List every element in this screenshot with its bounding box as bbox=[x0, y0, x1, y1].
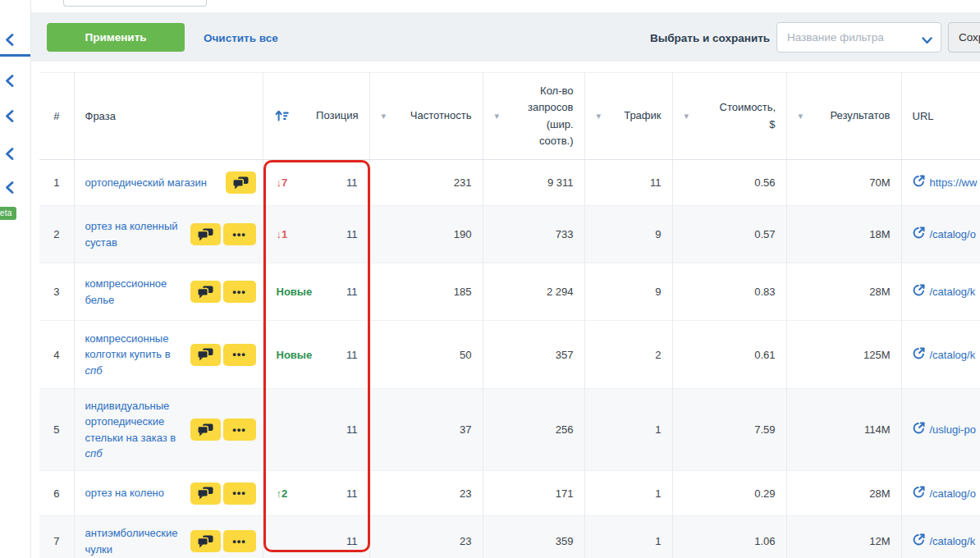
column-header-phrase[interactable]: Фраза bbox=[74, 73, 263, 160]
table-header: # Фраза bbox=[39, 73, 980, 160]
save-button[interactable]: Сохранить bbox=[948, 22, 980, 53]
url-link[interactable]: /catalog/o bbox=[930, 487, 976, 500]
chevron-left-icon[interactable] bbox=[5, 181, 16, 194]
column-header-queries[interactable]: ▾ Кол-во запросов (шир. соотв.) bbox=[483, 73, 584, 160]
column-label: URL bbox=[913, 110, 934, 122]
filter-name-select[interactable]: Название фильтра bbox=[776, 22, 941, 53]
phrase-link[interactable]: индивидуальные ортопедические стельки на… bbox=[85, 398, 187, 462]
position-change: ↓7 bbox=[277, 176, 288, 189]
filter-triangle-icon[interactable]: ▾ bbox=[597, 112, 602, 121]
phrase-link[interactable]: антиэмболические чулки bbox=[85, 525, 187, 557]
frequency-value: 231 bbox=[369, 160, 483, 206]
top-strip bbox=[31, 0, 980, 12]
more-actions-badge[interactable]: ••• bbox=[223, 223, 256, 245]
column-header-traffic[interactable]: ▾ Трафик bbox=[584, 73, 672, 160]
more-actions-badge[interactable]: ••• bbox=[223, 344, 256, 366]
badge-group: ••• bbox=[190, 344, 256, 366]
traffic-value: 2 bbox=[584, 321, 672, 389]
badge-group: ••• bbox=[190, 483, 256, 505]
position-value: 11 bbox=[346, 535, 358, 547]
external-link-icon[interactable] bbox=[913, 347, 925, 363]
chevron-left-icon[interactable] bbox=[5, 110, 16, 123]
more-actions-badge[interactable]: ••• bbox=[223, 530, 256, 552]
badge-group: ••• bbox=[190, 281, 256, 303]
more-actions-badge[interactable]: ••• bbox=[223, 281, 256, 303]
cost-value: 7.59 bbox=[672, 389, 786, 471]
table-row: 3 компрессионное белье ••• Новые 11 185 … bbox=[39, 263, 980, 321]
url-link[interactable]: /catalog/k bbox=[930, 535, 976, 547]
column-label: Трафик bbox=[624, 107, 661, 124]
position-change: ↓1 bbox=[277, 228, 288, 240]
comments-badge[interactable] bbox=[190, 344, 221, 366]
apply-button[interactable]: Применить bbox=[47, 23, 185, 52]
external-link-icon[interactable] bbox=[913, 175, 925, 190]
url-link[interactable]: /catalog/k bbox=[930, 286, 976, 298]
phrase-link[interactable]: ортопедический магазин bbox=[85, 175, 222, 191]
filter-triangle-icon[interactable]: ▾ bbox=[799, 112, 804, 121]
phrase-link[interactable]: компрессионное белье bbox=[85, 276, 187, 308]
traffic-value: 1 bbox=[584, 471, 672, 516]
column-label: # bbox=[53, 110, 59, 122]
position-value: 11 bbox=[346, 349, 358, 361]
comments-badge[interactable] bbox=[190, 223, 221, 245]
phrase-link[interactable]: ортез на колено bbox=[85, 485, 187, 501]
filter-triangle-icon[interactable]: ▾ bbox=[495, 112, 500, 121]
table-row: 5 индивидуальные ортопедические стельки … bbox=[39, 389, 980, 471]
external-link-icon[interactable] bbox=[913, 486, 925, 501]
chevron-left-icon[interactable] bbox=[5, 75, 16, 88]
filter-triangle-icon[interactable]: ▾ bbox=[685, 112, 689, 121]
column-label: Позиция bbox=[316, 107, 358, 124]
comments-badge[interactable] bbox=[190, 281, 221, 303]
comments-badge[interactable] bbox=[190, 530, 221, 552]
chevron-left-icon[interactable] bbox=[5, 148, 16, 161]
more-actions-badge[interactable]: ••• bbox=[223, 483, 256, 505]
column-header-position[interactable]: Позиция bbox=[263, 73, 369, 160]
external-link-icon[interactable] bbox=[913, 533, 925, 549]
column-header-url: URL bbox=[901, 73, 980, 160]
cost-value: 0.57 bbox=[672, 206, 786, 263]
queries-value: 171 bbox=[483, 471, 584, 516]
column-header-cost[interactable]: ▾ Стоимость, $ bbox=[672, 73, 786, 160]
select-save-label: Выбрать и сохранить bbox=[650, 32, 770, 44]
clear-all-link[interactable]: Очистить все bbox=[204, 32, 278, 44]
results-value: 12M bbox=[786, 516, 901, 558]
results-value: 125M bbox=[786, 321, 901, 389]
table-row: 4 компрессионные колготки купить в спб •… bbox=[39, 321, 980, 389]
position-value: 11 bbox=[346, 176, 358, 189]
frequency-value: 50 bbox=[369, 321, 483, 389]
traffic-value: 1 bbox=[584, 516, 672, 558]
sort-ascending-icon[interactable] bbox=[275, 110, 289, 121]
url-link[interactable]: https://ww bbox=[930, 176, 978, 189]
frequency-value: 37 bbox=[369, 389, 483, 471]
results-value: 28M bbox=[786, 471, 901, 516]
external-link-icon[interactable] bbox=[913, 226, 925, 242]
comments-badge[interactable] bbox=[190, 483, 221, 505]
comments-badge[interactable] bbox=[226, 172, 256, 194]
chat-icon bbox=[232, 176, 249, 190]
phrase-link[interactable]: компрессионные колготки купить в спб bbox=[85, 331, 187, 379]
external-link-icon[interactable] bbox=[913, 422, 925, 437]
column-header-results[interactable]: ▾ Результатов bbox=[786, 73, 901, 160]
table-row: 6 ортез на колено ••• ↑2 11 23 171 1 0.2… bbox=[39, 471, 980, 516]
results-value: 28M bbox=[786, 263, 901, 321]
phrase-link[interactable]: ортез на коленный сустав bbox=[85, 218, 187, 250]
queries-value: 733 bbox=[483, 206, 584, 263]
url-link[interactable]: /uslugi-po bbox=[930, 423, 976, 436]
row-number: 6 bbox=[39, 471, 74, 516]
filter-input-remnant[interactable] bbox=[63, 0, 207, 7]
filter-bar: Применить Очистить все Выбрать и сохрани… bbox=[31, 12, 980, 62]
position-change: Новые bbox=[277, 349, 313, 361]
comments-badge[interactable] bbox=[190, 418, 221, 441]
url-link[interactable]: /catalog/k bbox=[930, 349, 976, 361]
external-link-icon[interactable] bbox=[913, 284, 925, 300]
column-header-frequency[interactable]: ▾ Частотность bbox=[369, 73, 483, 160]
column-label: Стоимость, $ bbox=[720, 99, 776, 132]
filter-triangle-icon[interactable]: ▾ bbox=[382, 112, 387, 121]
table-row: 7 антиэмболические чулки ••• 11 23 359 1… bbox=[39, 516, 980, 558]
url-link[interactable]: /catalog/o bbox=[930, 228, 976, 240]
chevron-left-icon[interactable] bbox=[5, 34, 16, 47]
table-row: 2 ортез на коленный сустав ••• ↓1 11 190… bbox=[39, 206, 980, 263]
frequency-value: 23 bbox=[369, 471, 483, 516]
chat-icon bbox=[197, 286, 213, 299]
more-actions-badge[interactable]: ••• bbox=[223, 418, 256, 441]
